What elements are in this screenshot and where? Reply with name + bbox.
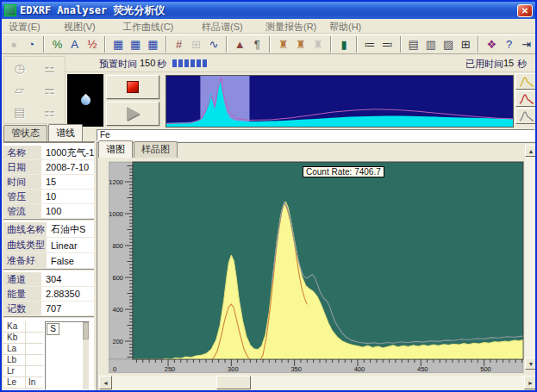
element-list[interactable]: S [45, 321, 90, 390]
preset-time-unit: 秒 [157, 58, 166, 71]
element-row[interactable]: Kb [3, 333, 43, 344]
tube-button-panel: ◷⚍▱⚎▤⚏ [3, 56, 66, 124]
element-line-label: La [3, 344, 26, 354]
print-icon[interactable]: ▤ [406, 36, 421, 53]
timer-icon[interactable]: ◔ [23, 36, 39, 53]
element-indicator-field[interactable]: Fe [97, 129, 535, 141]
info-row: 通道304 [3, 272, 94, 287]
toolbar-separator [356, 36, 358, 53]
svg-text:250: 250 [165, 365, 176, 373]
title-bar: EDXRF Analyser 荧光分析仪 ✕ [2, 2, 535, 19]
info-value: 2008-7-10 [41, 162, 89, 172]
grid-icon[interactable]: # [172, 36, 187, 53]
scroll-right-button[interactable]: ► [524, 376, 537, 389]
element-extra-label [26, 321, 42, 332]
tube-status-icon-1: ⚍ [44, 61, 55, 75]
tab-chart-2[interactable]: 样品图 [134, 141, 178, 158]
scale-gray-button[interactable] [515, 108, 537, 124]
element-extra-label [26, 344, 42, 354]
spectral-line-panel: 名称1000充气-1日期2008-7-10时间15管压10管流100 曲线名称石… [3, 142, 94, 390]
tab-left-2[interactable]: 谱线 [48, 124, 83, 141]
close-button[interactable]: ✕ [517, 4, 533, 17]
element-row[interactable]: Lb [3, 355, 43, 366]
tab-left-1[interactable]: 管状态 [3, 125, 47, 141]
scale-yellow-button[interactable] [515, 73, 537, 90]
start-measurement-button[interactable] [106, 102, 159, 126]
spectrum-overview[interactable] [165, 75, 514, 128]
list-settings-icon[interactable]: ≔ [362, 36, 378, 53]
tube-status-icon-2: ⚎ [44, 83, 55, 96]
print-preview-icon[interactable]: ▥ [423, 36, 439, 53]
scroll-up-button[interactable]: ▲ [525, 145, 537, 157]
chart-horizontal-scrollbar[interactable]: ◄ ► [99, 376, 537, 389]
element-line-label: Lb [3, 355, 26, 365]
context-help-icon[interactable]: ? [502, 36, 517, 53]
element-row[interactable]: Lr [3, 366, 43, 377]
toolbar-separator [165, 36, 167, 53]
measurement-progress-bar [172, 59, 209, 67]
progress-segment [184, 59, 189, 67]
scale-red-button[interactable] [515, 90, 537, 107]
tab-chart-1[interactable]: 谱图 [98, 140, 133, 158]
stop-measurement-button[interactable] [106, 75, 159, 99]
preset-time-label: 预置时间 [99, 58, 137, 71]
info-row: 名称1000充气-1 [3, 146, 94, 160]
scroll-left-button[interactable]: ◄ [99, 376, 112, 389]
svg-text:400: 400 [354, 365, 365, 373]
info-label: 管压 [3, 190, 41, 203]
info-value: 15 [41, 177, 56, 187]
menu-item-3[interactable]: 工作曲线(C) [122, 21, 173, 34]
element-line-label: Le [3, 377, 26, 388]
horizontal-scroll-thumb[interactable] [216, 376, 251, 389]
element-row[interactable]: Ka [3, 321, 43, 333]
info-row: 日期2008-7-10 [3, 160, 94, 175]
spectrum-delete-icon[interactable]: ▦ [128, 36, 143, 53]
ratio-icon[interactable]: ½ [84, 36, 100, 53]
spectrum-chart-panel: 200400600800100012002503003504004505000 … [97, 142, 537, 391]
element-row[interactable]: LeIn [3, 377, 43, 389]
info-label: 曲线类型 [3, 238, 47, 252]
detector-panel-icon[interactable]: ▮ [336, 36, 352, 53]
element-row[interactable]: La [3, 344, 43, 355]
spectrum-overlay-icon[interactable]: ▦ [145, 36, 160, 53]
element-line-label: Ka [3, 321, 26, 332]
stamp-open-icon[interactable]: ♜ [275, 36, 290, 53]
toolbar-separator [269, 36, 271, 53]
svg-text:200: 200 [112, 338, 123, 345]
info-value: 10 [41, 191, 56, 202]
list-options-icon[interactable]: ≕ [379, 36, 395, 53]
svg-text:300: 300 [228, 365, 239, 373]
menu-item-2[interactable]: 视图(V) [64, 21, 96, 34]
menu-item-4[interactable]: 样品谱(S) [202, 21, 243, 34]
calibrate-icon[interactable]: A [67, 36, 83, 53]
measure-start-icon: ● [6, 36, 22, 53]
menu-item-5[interactable]: 测量报告(R) [265, 21, 316, 34]
spectrum-new-icon[interactable]: ▦ [110, 36, 126, 53]
peak-label-icon[interactable]: ¶ [249, 36, 265, 53]
percent-analysis-icon[interactable]: % [49, 36, 65, 53]
info-label: 能量 [3, 287, 41, 301]
help-book-icon[interactable]: ❖ [484, 36, 499, 53]
stamp-save-icon[interactable]: ♜ [293, 36, 309, 53]
print-setup-icon[interactable]: ▨ [440, 36, 456, 53]
chart-vertical-scrollbar[interactable]: ▲ ▼ [525, 145, 537, 370]
progress-segment [203, 59, 207, 67]
menu-item-6[interactable]: 帮助(H) [329, 21, 361, 34]
tube-clock-icon: ◷ [14, 61, 24, 75]
scroll-down-button[interactable]: ▼ [525, 358, 537, 370]
peak-mark-icon[interactable]: ▲ [232, 36, 247, 53]
progress-segment [172, 59, 177, 67]
element-list-item[interactable]: S [47, 323, 59, 335]
menu-item-1[interactable]: 设置(E) [9, 21, 41, 34]
spectrum-chart[interactable]: 200400600800100012002503003504004505000 [109, 160, 525, 373]
calculator-icon[interactable]: ⊞ [458, 36, 473, 53]
info-label: 名称 [3, 146, 41, 159]
exit-icon[interactable]: ⇥ [519, 36, 534, 53]
info-value: 304 [41, 274, 61, 284]
zoom-curve-icon[interactable]: ∿ [206, 36, 222, 53]
element-list-scroll-thumb[interactable] [83, 322, 89, 339]
element-list-scrollbar[interactable] [83, 322, 89, 389]
stamp-copy-icon: ♜ [310, 36, 326, 53]
element-extra-label [26, 366, 42, 376]
menu-bar: 设置(E)视图(V)工作曲线(C)样品谱(S)测量报告(R)帮助(H) [2, 19, 535, 34]
